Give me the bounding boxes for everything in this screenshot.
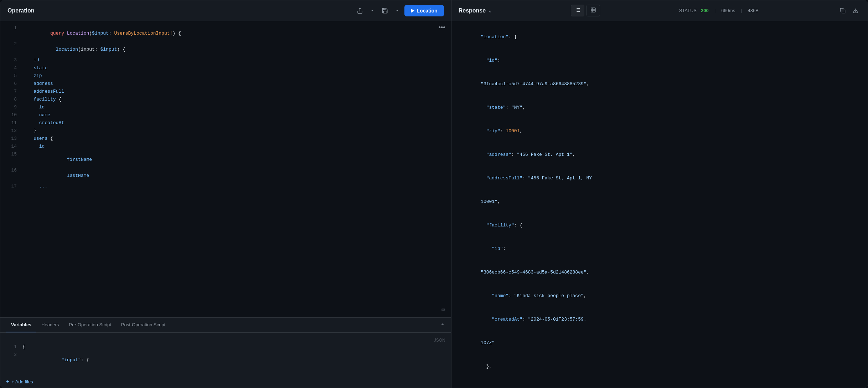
add-files-button[interactable]: + + Add files (0, 376, 39, 388)
operation-title: Operation (7, 7, 35, 14)
code-line-15: 15 firstName (0, 152, 451, 168)
response-line-15: }, (459, 355, 861, 378)
response-action-icons (838, 6, 861, 16)
response-content[interactable]: "location": { "id": "3fca4cc1-c5d7-4744-… (451, 21, 868, 388)
table-view-button[interactable] (587, 5, 600, 16)
operation-actions: Location (355, 5, 444, 16)
response-line-16: "users": [ (459, 378, 861, 388)
response-line-6: "address": "456 Fake St, Apt 1", (459, 143, 861, 167)
response-line-10: "id": (459, 237, 861, 261)
code-line-12: 12 } (0, 128, 451, 136)
response-line-1: "location": { (459, 25, 861, 49)
add-files-label: + Add files (11, 379, 33, 384)
tab-collapse-button[interactable] (440, 321, 445, 329)
response-line-13: "createdAt": "2024-05-01T23:57:59. (459, 308, 861, 331)
status-code: 200 (701, 8, 709, 13)
tab-post-operation[interactable]: Post-Operation Script (116, 318, 170, 332)
copy-response-button[interactable] (838, 6, 848, 16)
left-panel: Operation (0, 0, 451, 388)
status-info: STATUS 200 | 660ms | 486B (679, 8, 759, 13)
save-button[interactable] (379, 5, 390, 16)
code-line-14: 14 id (0, 144, 451, 152)
tab-variables[interactable]: Variables (6, 318, 36, 332)
run-button-label: Location (417, 8, 437, 14)
code-line-10: 10 name (0, 112, 451, 120)
response-dropdown-icon[interactable]: ⌄ (489, 7, 491, 14)
download-response-button[interactable] (851, 6, 861, 16)
code-line-9: 9 id (0, 104, 451, 112)
code-line-16: 16 lastName (0, 168, 451, 184)
share-dropdown-button[interactable] (368, 6, 377, 15)
share-button[interactable] (355, 5, 365, 16)
svg-rect-12 (842, 10, 845, 13)
json-label: JSON (0, 336, 451, 344)
code-line-6: 6 address (0, 81, 451, 89)
var-line-1: 1 { (0, 344, 451, 352)
code-line-11: 11 createdAt (0, 120, 451, 128)
response-line-12: "name": "Kinda sick people place", (459, 284, 861, 308)
status-label: STATUS (679, 8, 697, 13)
code-line-8: 8 facility { (0, 97, 451, 104)
response-line-3: "3fca4cc1-c5d7-4744-97a9-a86648885239", (459, 72, 861, 96)
response-time: 660ms (721, 8, 735, 13)
response-line-7: "addressFull": "456 Fake St, Apt 1, NY (459, 167, 861, 190)
response-line-2: "id": (459, 49, 861, 72)
keyboard-icon: ⌨ (441, 306, 445, 314)
code-line-1: 1 query Location($input: UsersByLocation… (0, 25, 451, 41)
var-line-2: 2 "input": { (0, 352, 451, 368)
code-line-13: 13 users { (0, 136, 451, 144)
response-size: 486B (748, 8, 759, 13)
svg-rect-7 (591, 8, 595, 12)
response-line-8: 10001", (459, 190, 861, 214)
add-files-icon: + (6, 378, 9, 385)
right-panel: Response ⌄ (451, 0, 868, 388)
list-view-button[interactable] (571, 5, 584, 16)
bottom-tabs-panel: Variables Headers Pre-Operation Script P… (0, 317, 451, 388)
variables-content: JSON 1 { 2 "input": { (0, 333, 451, 376)
response-line-14: 107Z" (459, 331, 861, 355)
code-line-17: 17 ... (0, 184, 451, 192)
app-container: Operation (0, 0, 868, 388)
tab-bar: Variables Headers Pre-Operation Script P… (0, 318, 451, 333)
response-line-9: "facility": { (459, 214, 861, 237)
response-title: Response (459, 7, 486, 14)
response-view-buttons (571, 5, 600, 16)
response-line-4: "state": "NY", (459, 96, 861, 119)
tab-pre-operation[interactable]: Pre-Operation Script (64, 318, 116, 332)
save-dropdown-button[interactable] (393, 6, 402, 15)
response-line-11: "306ecb66-c549-4683-ad5a-5d21486288ee", (459, 261, 861, 284)
tab-headers[interactable]: Headers (36, 318, 64, 332)
code-line-7: 7 addressFull (0, 89, 451, 97)
play-icon (411, 9, 414, 13)
more-options-button[interactable]: ••• (439, 24, 445, 31)
code-line-3: 3 id (0, 57, 451, 65)
response-line-5: "zip": 10001, (459, 119, 861, 143)
code-line-2: 2 location(input: $input) { (0, 41, 451, 57)
response-title-group: Response ⌄ (459, 7, 492, 14)
code-editor[interactable]: ••• 1 query Location($input: UsersByLoca… (0, 21, 451, 317)
run-button[interactable]: Location (404, 5, 444, 16)
operation-header: Operation (0, 0, 451, 21)
code-line-5: 5 zip (0, 73, 451, 81)
code-line-4: 4 state (0, 65, 451, 73)
response-header: Response ⌄ (451, 0, 868, 21)
